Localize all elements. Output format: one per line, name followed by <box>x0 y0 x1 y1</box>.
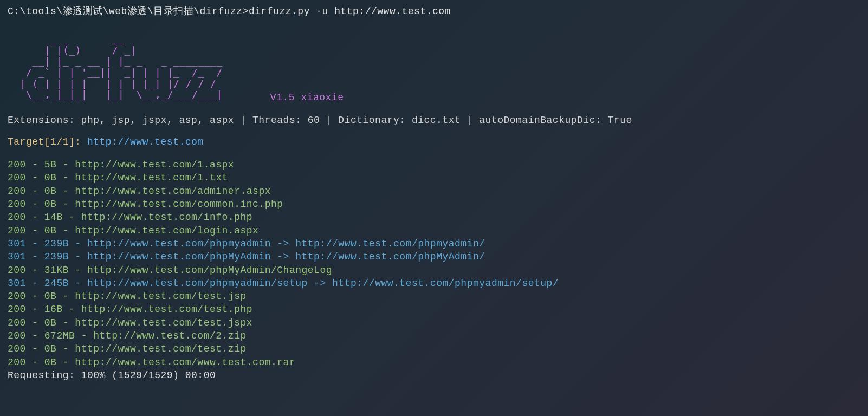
separator: - <box>26 159 44 170</box>
status-code: 200 <box>8 159 26 170</box>
response-size: 245B <box>44 278 69 289</box>
response-size: 0B <box>44 343 57 354</box>
status-code: 200 <box>8 225 26 236</box>
separator: - <box>56 343 75 354</box>
status-code: 200 <box>8 212 26 223</box>
redirect-url: http://www.test.com/phpmyadmin/setup/ <box>332 278 559 289</box>
separator: - <box>26 186 44 197</box>
result-row: 200 - 0B - http://www.test.com/www.test.… <box>8 356 860 369</box>
separator: - <box>26 172 44 183</box>
response-size: 0B <box>44 199 57 210</box>
response-size: 0B <box>44 317 57 328</box>
separator: - <box>56 357 75 368</box>
status-code: 200 <box>8 357 26 368</box>
separator: - <box>26 278 44 289</box>
version-label: V1.5 xiaoxie <box>270 92 344 104</box>
response-size: 239B <box>44 251 69 262</box>
ascii-art-logo: _ _ __ | |(_) / _| __| |_ _ __ | |_ _ _ … <box>8 34 260 101</box>
separator: - <box>69 278 87 289</box>
separator: - <box>26 330 44 341</box>
target-label: Target[1/1]: <box>8 136 87 147</box>
separator: - <box>26 225 44 236</box>
response-size: 31KB <box>44 265 69 276</box>
response-size: 0B <box>44 225 57 236</box>
separator: - <box>26 265 44 276</box>
found-url: http://www.test.com/1.txt <box>75 172 228 183</box>
redirect-arrow: -> <box>308 278 332 289</box>
separator: - <box>26 212 44 223</box>
result-row: 200 - 16B - http://www.test.com/test.php <box>8 303 860 316</box>
result-row: 200 - 0B - http://www.test.com/1.txt <box>8 171 860 184</box>
found-url: http://www.test.com/common.inc.php <box>75 199 283 210</box>
separator: - <box>26 199 44 210</box>
status-code: 200 <box>8 304 26 315</box>
result-row: 301 - 239B - http://www.test.com/phpmyad… <box>8 237 860 250</box>
separator: - <box>69 251 87 262</box>
separator: - <box>26 304 44 315</box>
response-size: 16B <box>44 304 63 315</box>
command-prompt: C:\tools\渗透测试\web渗透\目录扫描\dirfuzz>dirfuzz… <box>8 4 860 17</box>
found-url: http://www.test.com/phpmyadmin/setup <box>87 278 308 289</box>
target-info: Target[1/1]: http://www.test.com <box>8 136 860 147</box>
response-size: 14B <box>44 212 63 223</box>
result-row: 200 - 672MB - http://www.test.com/2.zip <box>8 329 860 342</box>
separator: - <box>26 251 44 262</box>
separator: - <box>75 330 93 341</box>
found-url: http://www.test.com/www.test.com.rar <box>75 357 295 368</box>
separator: - <box>26 317 44 328</box>
status-code: 200 <box>8 265 26 276</box>
result-row: 200 - 0B - http://www.test.com/test.jspx <box>8 316 860 329</box>
separator: - <box>69 238 87 249</box>
result-row: 200 - 5B - http://www.test.com/1.aspx <box>8 158 860 171</box>
target-url: http://www.test.com <box>87 136 204 147</box>
response-size: 0B <box>44 357 57 368</box>
status-code: 301 <box>8 238 26 249</box>
separator: - <box>56 172 75 183</box>
result-row: 301 - 239B - http://www.test.com/phpMyAd… <box>8 250 860 263</box>
status-code: 200 <box>8 317 26 328</box>
status-code: 200 <box>8 199 26 210</box>
separator: - <box>63 304 81 315</box>
separator: - <box>56 291 75 302</box>
separator: - <box>69 265 87 276</box>
found-url: http://www.test.com/1.aspx <box>75 159 234 170</box>
response-size: 672MB <box>44 330 75 341</box>
progress-status: Requesting: 100% (1529/1529) 00:00 <box>8 370 860 381</box>
found-url: http://www.test.com/test.zip <box>75 343 246 354</box>
result-row: 200 - 0B - http://www.test.com/adminer.a… <box>8 185 860 198</box>
status-code: 200 <box>8 343 26 354</box>
result-row: 200 - 0B - http://www.test.com/common.in… <box>8 198 860 211</box>
status-code: 301 <box>8 278 26 289</box>
response-size: 5B <box>44 159 57 170</box>
response-size: 239B <box>44 238 69 249</box>
status-code: 200 <box>8 172 26 183</box>
separator: - <box>26 238 44 249</box>
result-row: 200 - 0B - http://www.test.com/test.zip <box>8 342 860 355</box>
separator: - <box>26 343 44 354</box>
found-url: http://www.test.com/test.jspx <box>75 317 252 328</box>
status-code: 200 <box>8 330 26 341</box>
status-code: 200 <box>8 186 26 197</box>
found-url: http://www.test.com/phpmyadmin <box>87 238 271 249</box>
response-size: 0B <box>44 186 57 197</box>
separator: - <box>56 186 75 197</box>
redirect-url: http://www.test.com/phpMyAdmin/ <box>295 251 485 262</box>
ascii-banner-container: _ _ __ | |(_) / _| __| |_ _ __ | |_ _ _ … <box>8 34 860 104</box>
result-row: 200 - 0B - http://www.test.com/test.jsp <box>8 290 860 303</box>
result-row: 301 - 245B - http://www.test.com/phpmyad… <box>8 277 860 290</box>
result-row: 200 - 14B - http://www.test.com/info.php <box>8 211 860 224</box>
separator: - <box>26 291 44 302</box>
separator: - <box>56 317 75 328</box>
redirect-arrow: -> <box>271 238 295 249</box>
found-url: http://www.test.com/info.php <box>81 212 252 223</box>
found-url: http://www.test.com/2.zip <box>93 330 247 341</box>
separator: - <box>56 159 75 170</box>
result-row: 200 - 0B - http://www.test.com/login.asp… <box>8 224 860 237</box>
status-code: 301 <box>8 251 26 262</box>
status-code: 200 <box>8 291 26 302</box>
found-url: http://www.test.com/adminer.aspx <box>75 186 271 197</box>
separator: - <box>63 212 81 223</box>
separator: - <box>26 357 44 368</box>
found-url: http://www.test.com/phpMyAdmin/ChangeLog <box>87 265 332 276</box>
response-size: 0B <box>44 172 57 183</box>
